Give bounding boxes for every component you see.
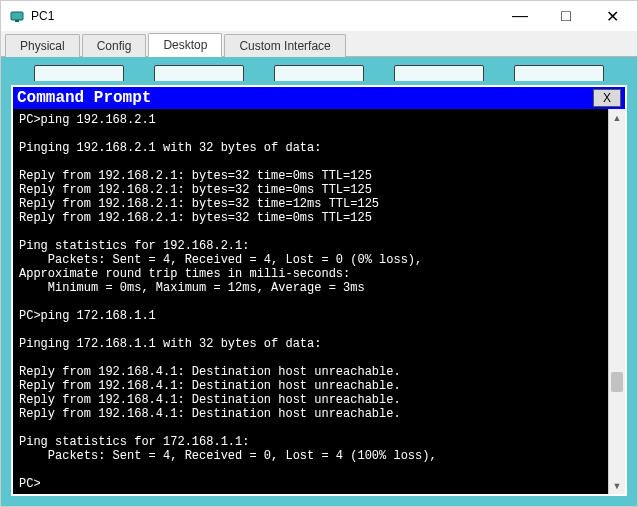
command-prompt-output[interactable]: PC>ping 192.168.2.1 Pinging 192.168.2.1 … (13, 109, 608, 494)
maximize-button[interactable]: □ (543, 1, 589, 31)
scroll-track[interactable] (609, 126, 625, 477)
close-button[interactable]: ✕ (589, 1, 635, 31)
minimize-button[interactable]: — (497, 1, 543, 31)
desktop-area: Command Prompt X PC>ping 192.168.2.1 Pin… (1, 57, 637, 506)
maximize-icon: □ (561, 7, 571, 25)
desktop-icon-row (11, 65, 627, 81)
svg-rect-1 (15, 20, 19, 22)
desktop-app-icon[interactable] (514, 65, 604, 81)
scrollbar: ▲ ▼ (608, 109, 625, 494)
tab-config[interactable]: Config (82, 34, 147, 57)
tab-label: Desktop (163, 38, 207, 52)
app-window: PC1 — □ ✕ Physical Config Desktop Custom… (0, 0, 638, 507)
tab-desktop[interactable]: Desktop (148, 33, 222, 57)
close-icon: X (603, 91, 611, 105)
chevron-up-icon: ▲ (613, 113, 622, 123)
command-prompt-body: PC>ping 192.168.2.1 Pinging 192.168.2.1 … (13, 109, 625, 494)
minimize-icon: — (512, 7, 528, 25)
svg-rect-0 (11, 12, 23, 20)
desktop-app-icon[interactable] (154, 65, 244, 81)
tab-custom-interface[interactable]: Custom Interface (224, 34, 345, 57)
scroll-down-button[interactable]: ▼ (609, 477, 625, 494)
command-prompt-close-button[interactable]: X (593, 89, 621, 107)
desktop-app-icon[interactable] (274, 65, 364, 81)
tab-physical[interactable]: Physical (5, 34, 80, 57)
titlebar: PC1 — □ ✕ (1, 1, 637, 31)
command-prompt-titlebar: Command Prompt X (13, 87, 625, 109)
desktop-app-icon[interactable] (394, 65, 484, 81)
window-controls: — □ ✕ (497, 1, 635, 31)
tab-label: Config (97, 39, 132, 53)
scroll-thumb[interactable] (611, 372, 623, 392)
tabstrip: Physical Config Desktop Custom Interface (1, 31, 637, 57)
chevron-down-icon: ▼ (613, 481, 622, 491)
scroll-up-button[interactable]: ▲ (609, 109, 625, 126)
close-icon: ✕ (606, 7, 619, 26)
window-title: PC1 (31, 9, 497, 23)
command-prompt-window: Command Prompt X PC>ping 192.168.2.1 Pin… (11, 85, 627, 496)
tab-label: Physical (20, 39, 65, 53)
command-prompt-title: Command Prompt (17, 89, 593, 107)
app-icon (9, 8, 25, 24)
desktop-app-icon[interactable] (34, 65, 124, 81)
tab-label: Custom Interface (239, 39, 330, 53)
